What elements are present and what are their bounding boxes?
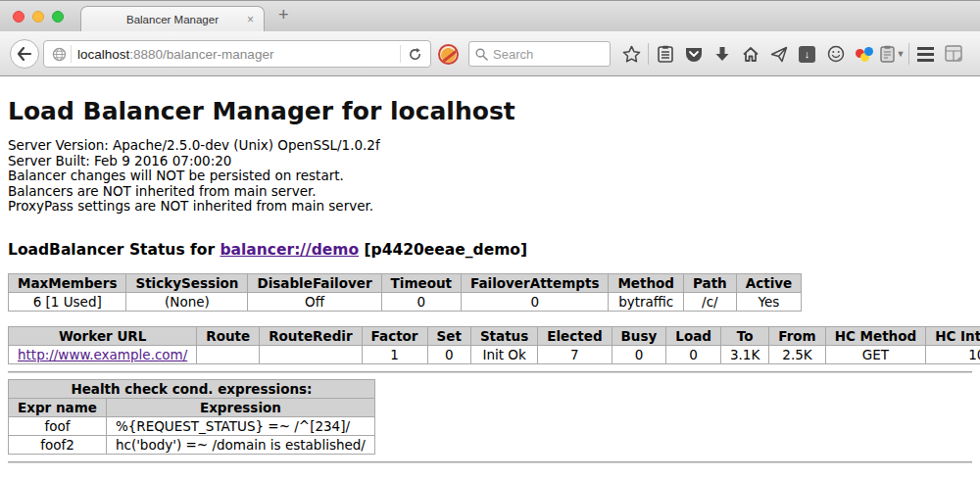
column-header: FailoverAttempts bbox=[462, 273, 609, 292]
server-built-line: Server Built: Feb 9 2016 07:00:20 bbox=[8, 154, 972, 169]
url-path: :8880/balancer-manager bbox=[129, 47, 273, 62]
column-header: Status bbox=[470, 326, 537, 345]
reading-list-icon[interactable] bbox=[651, 39, 679, 69]
feedback-smiley-icon[interactable] bbox=[821, 39, 850, 69]
balancer-demo-link[interactable]: balancer://demo bbox=[220, 241, 359, 259]
block-plugin-icon[interactable] bbox=[438, 44, 459, 65]
globe-icon bbox=[52, 47, 67, 62]
column-header: To bbox=[720, 326, 768, 345]
toolbar-divider bbox=[908, 43, 909, 65]
down-arrow-icon: ↓ bbox=[799, 46, 815, 63]
clipboard-icon[interactable]: ▼ bbox=[878, 39, 906, 69]
tab-balancer-manager[interactable]: Balancer Manager × bbox=[80, 6, 265, 32]
navigation-toolbar: localhost:8880/balancer-manager bbox=[0, 31, 980, 76]
toolbar-divider bbox=[648, 43, 649, 65]
multi-color-extension-icon[interactable] bbox=[850, 39, 878, 69]
loadbalancer-status-heading: LoadBalancer Status for balancer://demo … bbox=[8, 241, 972, 259]
tab-close-icon[interactable]: × bbox=[247, 13, 254, 26]
urlbar-divider bbox=[400, 45, 401, 63]
column-header: Busy bbox=[612, 326, 666, 345]
table-cell: foof2 bbox=[9, 435, 107, 454]
url-domain: localhost bbox=[77, 47, 129, 62]
balancer-settings-table: MaxMembersStickySessionDisableFailoverTi… bbox=[8, 273, 802, 312]
table-cell: GET bbox=[825, 345, 926, 363]
column-header: Expr name bbox=[9, 398, 107, 416]
balancers-inherit-note: Balancers are NOT inherited from main se… bbox=[8, 184, 972, 200]
search-icon bbox=[475, 48, 488, 61]
tab-title: Balancer Manager bbox=[126, 14, 219, 25]
new-tab-button[interactable]: + bbox=[278, 5, 289, 25]
video-download-icon[interactable]: ↓ bbox=[793, 39, 821, 69]
table-row: 6 [1 Used](None)Off00bytraffic/c/Yes bbox=[9, 292, 802, 311]
column-header: HC Interval bbox=[926, 326, 980, 345]
column-header: Expression bbox=[106, 398, 374, 416]
table-cell: 0 bbox=[612, 345, 666, 363]
worker-status-table: Worker URLRouteRouteRedirFactorSetStatus… bbox=[8, 326, 980, 364]
table-cell: bytraffic bbox=[609, 292, 684, 311]
table-cell: foof bbox=[9, 416, 107, 435]
url-text[interactable]: localhost:8880/balancer-manager bbox=[77, 47, 400, 62]
search-input[interactable] bbox=[493, 47, 591, 62]
search-box[interactable] bbox=[468, 41, 611, 67]
table-cell: 0 bbox=[427, 345, 470, 363]
close-window-button[interactable] bbox=[13, 11, 24, 23]
heading-prefix: LoadBalancer Status for bbox=[8, 241, 220, 259]
column-header: Timeout bbox=[381, 273, 461, 292]
table-cell: 2.5K bbox=[769, 345, 825, 363]
table-cell: Init Ok bbox=[470, 345, 537, 363]
toolbar-icons: ↓ ▼ bbox=[617, 31, 968, 76]
window-controls bbox=[13, 11, 64, 23]
back-button[interactable] bbox=[10, 39, 39, 69]
downloads-icon[interactable] bbox=[708, 39, 736, 69]
table-row: foof2hc('body') =~ /domain is establishe… bbox=[9, 435, 375, 454]
zoom-window-button[interactable] bbox=[52, 11, 64, 23]
bookmark-star-icon[interactable] bbox=[617, 39, 646, 69]
table-title-row: Health check cond. expressions: bbox=[9, 379, 375, 398]
column-header: Worker URL bbox=[9, 326, 197, 345]
server-info: Server Version: Apache/2.5.0-dev (Unix) … bbox=[8, 138, 972, 215]
horizontal-rule bbox=[8, 371, 972, 373]
minimize-window-button[interactable] bbox=[32, 11, 44, 23]
back-icon bbox=[17, 47, 32, 61]
heading-suffix: [p4420eeae_demo] bbox=[359, 241, 527, 259]
column-header: Route bbox=[197, 326, 260, 345]
worker-url-link[interactable]: http://www.example.com/ bbox=[18, 347, 187, 362]
table-cell: (None) bbox=[126, 292, 248, 311]
home-icon[interactable] bbox=[736, 39, 764, 69]
table-row: http://www.example.com/ 10Init Ok7003.1K… bbox=[9, 345, 980, 363]
health-check-table: Health check cond. expressions: Expr nam… bbox=[8, 379, 375, 455]
table-cell: 7 bbox=[538, 345, 612, 363]
column-header: HC Method bbox=[825, 326, 926, 345]
column-header: RouteRedir bbox=[260, 326, 362, 345]
proxypass-inherit-note: ProxyPass settings are NOT inherited fro… bbox=[8, 199, 972, 215]
table-cell: http://www.example.com/ bbox=[9, 345, 197, 363]
column-header: Factor bbox=[362, 326, 427, 345]
url-bar[interactable]: localhost:8880/balancer-manager bbox=[43, 40, 431, 68]
table-cell: 0 bbox=[666, 345, 721, 363]
column-header: From bbox=[769, 326, 825, 345]
urlbar-divider bbox=[71, 45, 72, 63]
column-header: DisableFailover bbox=[248, 273, 381, 292]
column-header: Method bbox=[609, 273, 684, 292]
table-cell: 3.1K bbox=[720, 345, 768, 363]
horizontal-rule bbox=[8, 461, 972, 463]
pocket-icon[interactable] bbox=[679, 39, 708, 69]
server-version-line: Server Version: Apache/2.5.0-dev (Unix) … bbox=[8, 138, 972, 154]
table-cell: 0 bbox=[462, 292, 609, 311]
table-cell: 1 bbox=[362, 345, 427, 363]
table-header-row: Worker URLRouteRouteRedirFactorSetStatus… bbox=[9, 326, 980, 345]
reload-icon bbox=[408, 47, 422, 62]
table-cell: 6 [1 Used] bbox=[9, 292, 126, 311]
chevron-down-icon[interactable]: ▼ bbox=[897, 49, 906, 59]
table-cell: Yes bbox=[736, 292, 802, 311]
table-cell: /c/ bbox=[684, 292, 737, 311]
table-header-row: Expr nameExpression bbox=[9, 398, 375, 416]
menu-icon[interactable] bbox=[911, 39, 940, 69]
tile-tabs-icon[interactable] bbox=[940, 39, 968, 69]
column-header: Active bbox=[736, 273, 802, 292]
table-cell bbox=[260, 345, 362, 363]
balancer-persist-note: Balancer changes will NOT be persisted o… bbox=[8, 168, 972, 184]
reload-button[interactable] bbox=[408, 47, 422, 62]
color-dots-icon bbox=[856, 46, 873, 62]
send-tab-icon[interactable] bbox=[764, 39, 793, 69]
